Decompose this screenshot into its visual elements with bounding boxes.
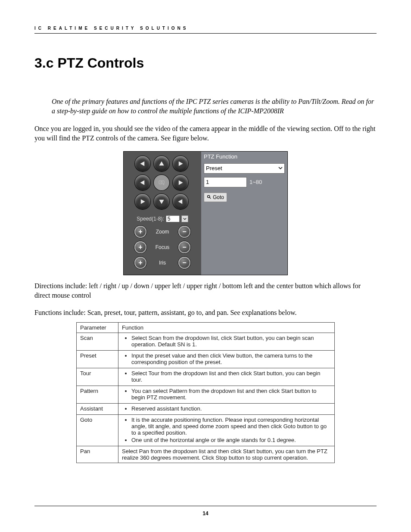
goto-button[interactable]: Goto xyxy=(204,193,227,202)
param-cell: Scan xyxy=(77,333,118,350)
body-para-2: Directions include: left / right / up / … xyxy=(34,281,377,301)
focus-in-button[interactable]: + xyxy=(134,241,146,253)
preset-range-hint: 1~80 xyxy=(249,179,262,185)
table-row: PatternYou can select Pattern from the d… xyxy=(77,386,335,403)
svg-point-11 xyxy=(208,195,210,197)
function-cell: Select Tour from the dropdown list and t… xyxy=(118,368,335,386)
ptz-center-button[interactable] xyxy=(154,175,169,190)
table-row: TourSelect Tour from the dropdown list a… xyxy=(77,368,335,386)
function-cell: It is the accurate positioning function.… xyxy=(118,414,335,446)
zoom-label: Zoom xyxy=(156,229,169,235)
iris-in-button[interactable]: + xyxy=(134,257,146,269)
table-row: PanSelect Pan from the dropdown list and… xyxy=(77,446,335,463)
svg-marker-2 xyxy=(179,161,183,166)
function-cell: You can select Pattern from the dropdown… xyxy=(118,386,335,403)
svg-marker-0 xyxy=(140,161,144,166)
svg-marker-1 xyxy=(159,161,164,165)
ptz-function-panel: PTZ Function Preset 1 1~80 xyxy=(201,152,287,275)
table-row: GotoIt is the accurate positioning funct… xyxy=(77,414,335,446)
search-icon xyxy=(207,194,211,200)
ptz-down-left-button[interactable] xyxy=(135,194,150,209)
iris-label: Iris xyxy=(159,260,166,266)
ptz-up-right-button[interactable] xyxy=(173,156,188,171)
ptz-function-title: PTZ Function xyxy=(201,152,287,162)
footer-divider xyxy=(34,506,377,506)
goto-button-label: Goto xyxy=(213,194,224,200)
param-cell: Goto xyxy=(77,414,118,446)
svg-marker-9 xyxy=(159,199,164,204)
param-cell: Assistant xyxy=(77,403,118,414)
speed-label: Speed(1-8): xyxy=(137,216,164,222)
table-row: PresetInput the preset value and then cl… xyxy=(77,350,335,368)
function-cell: Input the preset value and then click Vi… xyxy=(118,350,335,368)
ptz-direction-panel: Speed(1-8): + Zoom − + Focus − xyxy=(124,152,201,275)
ptz-up-button[interactable] xyxy=(154,156,169,171)
focus-label: Focus xyxy=(156,244,170,250)
speed-chevron-icon[interactable] xyxy=(181,215,188,222)
table-header-parameter: Parameter xyxy=(77,322,118,333)
ptz-function-select-value: Preset xyxy=(206,165,222,171)
brand-divider xyxy=(34,33,377,34)
page-number: 14 xyxy=(0,510,411,516)
svg-marker-3 xyxy=(140,180,144,185)
intro-para: One of the primary features and function… xyxy=(52,97,379,116)
focus-out-button[interactable]: − xyxy=(178,241,190,253)
page-heading: 3.c PTZ Controls xyxy=(34,55,377,71)
param-cell: Preset xyxy=(77,350,118,368)
ptz-down-right-button[interactable] xyxy=(173,194,188,209)
zoom-in-button[interactable]: + xyxy=(134,226,146,238)
speed-input[interactable] xyxy=(166,215,180,222)
svg-marker-10 xyxy=(178,199,182,204)
param-cell: Tour xyxy=(77,368,118,386)
chevron-down-icon xyxy=(278,165,283,171)
zoom-out-button[interactable]: − xyxy=(178,226,190,238)
function-cell: Reserved assistant function. xyxy=(118,403,335,414)
table-header-function: Function xyxy=(118,322,335,333)
function-cell: Select Scan from the dropdown list, clic… xyxy=(118,333,335,350)
svg-point-5 xyxy=(161,181,162,183)
svg-rect-4 xyxy=(159,180,164,184)
ptz-function-select[interactable]: Preset xyxy=(204,163,285,174)
ptz-up-left-button[interactable] xyxy=(135,156,150,171)
parameter-table: Parameter Function ScanSelect Scan from … xyxy=(76,322,335,463)
svg-marker-8 xyxy=(141,199,145,204)
brand-text: IC REALTIME SECURITY SOLUTIONS xyxy=(34,26,377,31)
ptz-right-button[interactable] xyxy=(173,175,188,190)
ptz-left-button[interactable] xyxy=(135,175,150,190)
preset-number-input[interactable]: 1 xyxy=(204,177,247,187)
body-para-3: Functions include: Scan, preset, tour, p… xyxy=(34,308,377,317)
table-row: AssistantReserved assistant function. xyxy=(77,403,335,414)
param-cell: Pattern xyxy=(77,386,118,403)
table-row: ScanSelect Scan from the dropdown list, … xyxy=(77,333,335,350)
svg-marker-7 xyxy=(179,180,183,185)
svg-line-12 xyxy=(209,197,211,199)
param-cell: Pan xyxy=(77,446,118,463)
ptz-figure: Speed(1-8): + Zoom − + Focus − xyxy=(34,151,377,275)
body-para-1: Once you are logged in, you should see t… xyxy=(34,124,377,143)
ptz-down-button[interactable] xyxy=(154,194,169,209)
iris-out-button[interactable]: − xyxy=(178,257,190,269)
function-cell: Select Pan from the dropdown list and th… xyxy=(118,446,335,463)
